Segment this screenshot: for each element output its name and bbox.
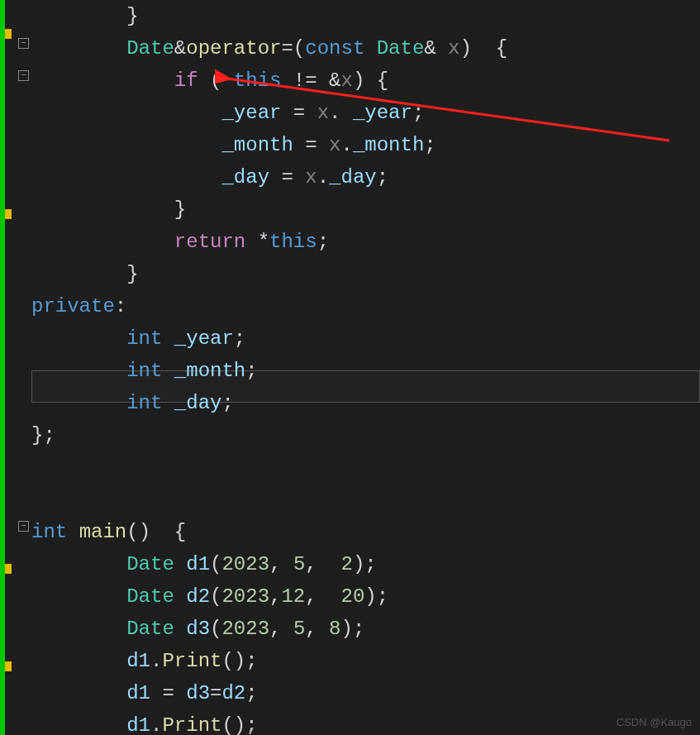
var-token: _year bbox=[221, 102, 281, 124]
keyword-token: return bbox=[174, 231, 245, 253]
fold-toggle-icon[interactable]: − bbox=[18, 70, 29, 81]
keyword-token: private bbox=[31, 295, 115, 317]
keyword-token: const bbox=[305, 37, 364, 60]
code-content[interactable]: } Date&operator=(const Date& x) { if ( t… bbox=[31, 0, 700, 735]
type-token: Date bbox=[126, 37, 174, 60]
var-token: _day bbox=[221, 166, 269, 189]
keyword-token: int bbox=[31, 521, 67, 543]
fold-toggle-icon[interactable]: − bbox=[18, 521, 29, 532]
operator-token: operator bbox=[186, 37, 281, 60]
var-token: _month bbox=[221, 134, 293, 156]
code-token: } bbox=[31, 5, 139, 27]
editor-gutter: − − − bbox=[0, 0, 31, 735]
fold-toggle-icon[interactable]: − bbox=[18, 38, 29, 49]
keyword-token: if bbox=[174, 69, 198, 92]
watermark-label: CSDN @Kaugo bbox=[617, 716, 692, 728]
function-token: main bbox=[79, 521, 127, 543]
code-editor[interactable]: − − − } Date&operator=(const Date& x) { … bbox=[0, 0, 700, 735]
